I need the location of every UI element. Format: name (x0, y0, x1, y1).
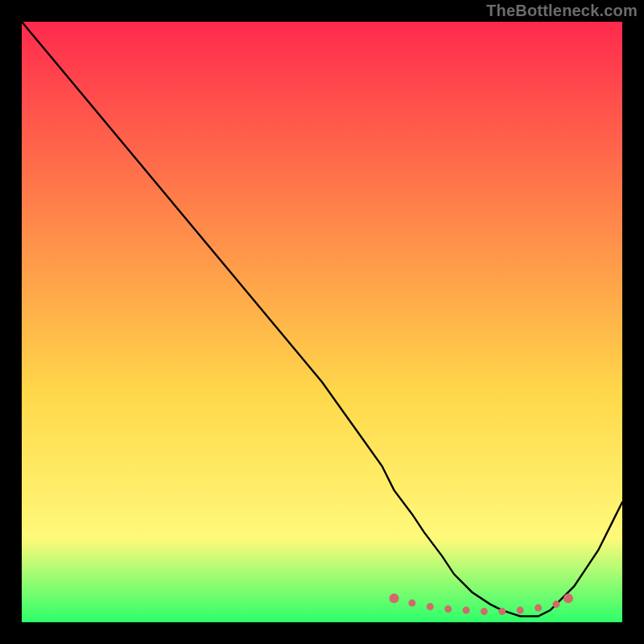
marker-dot (517, 607, 524, 614)
marker-dot (481, 608, 488, 615)
marker-dot (408, 600, 415, 607)
marker-dot (427, 603, 434, 610)
marker-dot (552, 601, 559, 608)
marker-dot (463, 607, 470, 614)
marker-dot (535, 605, 542, 612)
chart-stage: TheBottleneck.com (0, 0, 644, 644)
marker-dot (390, 593, 399, 603)
marker-dot (564, 593, 573, 603)
plot-background (22, 22, 622, 622)
bottleneck-chart (0, 0, 644, 644)
marker-dot (444, 605, 452, 613)
marker-dot (498, 608, 506, 615)
